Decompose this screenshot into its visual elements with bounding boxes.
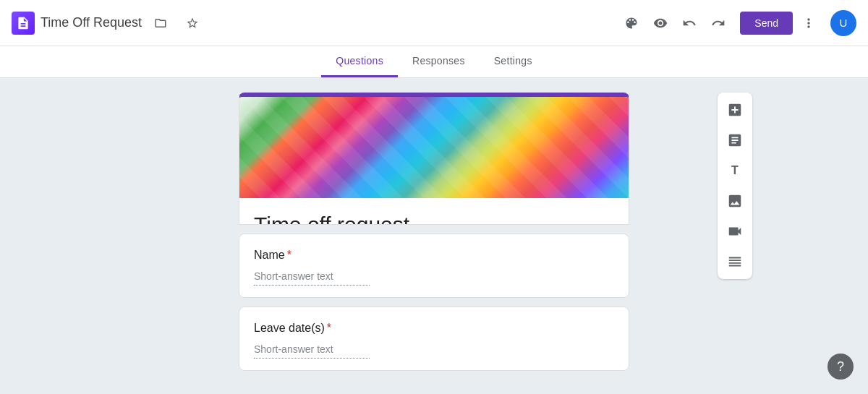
form-title-input[interactable] <box>254 213 614 225</box>
required-star-leave-dates: * <box>327 322 331 335</box>
question-label-leave-dates: Leave date(s) * <box>254 322 614 335</box>
tab-settings[interactable]: Settings <box>480 46 547 77</box>
question-label-name: Name * <box>254 249 614 262</box>
redo-button[interactable] <box>705 10 731 36</box>
header-card: B I U S Please submit th <box>239 93 629 225</box>
main-content: B I U S Please submit th <box>0 78 868 394</box>
add-image-button[interactable] <box>720 187 749 215</box>
star-button[interactable] <box>179 10 205 36</box>
preview-button[interactable] <box>647 10 673 36</box>
banner-mosaic <box>239 97 629 198</box>
topbar-actions: Send U <box>618 10 856 36</box>
tabs: Questions Responses Settings <box>0 46 868 78</box>
add-title-button[interactable]: T <box>720 156 749 185</box>
add-section-button[interactable] <box>720 247 749 276</box>
avatar[interactable]: U <box>830 10 856 36</box>
form-area: B I U S Please submit th <box>239 93 629 380</box>
more-options-button[interactable] <box>796 10 822 36</box>
header-card-body: B I U S Please submit th <box>239 198 629 225</box>
add-video-button[interactable] <box>720 217 749 246</box>
help-button[interactable]: ? <box>827 354 854 380</box>
tab-responses[interactable]: Responses <box>398 46 480 77</box>
header-banner <box>239 97 629 198</box>
required-star-name: * <box>287 249 292 262</box>
import-questions-button[interactable] <box>720 126 749 155</box>
add-question-button[interactable] <box>720 95 749 124</box>
app-icon <box>12 12 35 35</box>
move-to-button[interactable] <box>148 10 174 36</box>
send-button[interactable]: Send <box>740 12 793 35</box>
topbar: Time Off Request Send U <box>0 0 868 46</box>
app-title: Time Off Request <box>41 15 142 30</box>
question-card-leave-dates: Leave date(s) * Short-answer text <box>239 307 629 371</box>
customize-theme-button[interactable] <box>618 10 644 36</box>
short-answer-name: Short-answer text <box>254 270 370 286</box>
sidebar-tools: T <box>718 93 752 279</box>
tab-questions[interactable]: Questions <box>321 46 398 77</box>
question-card-name: Name * Short-answer text <box>239 234 629 298</box>
short-answer-leave-dates: Short-answer text <box>254 343 370 359</box>
undo-button[interactable] <box>676 10 702 36</box>
topbar-left: Time Off Request <box>12 10 618 36</box>
